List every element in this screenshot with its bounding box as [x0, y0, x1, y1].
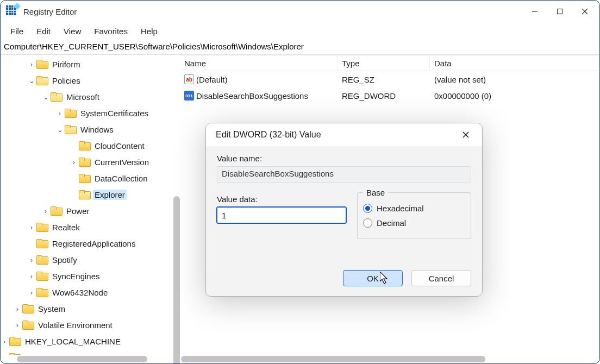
- tree-item[interactable]: SyncEngines: [51, 271, 102, 281]
- value-type: REG_DWORD: [338, 91, 430, 101]
- folder-icon: [65, 109, 76, 117]
- chevron-right-icon[interactable]: ›: [56, 109, 64, 117]
- base-label: Base: [363, 188, 388, 197]
- tree-item[interactable]: Power: [65, 206, 91, 216]
- radio-icon: [363, 204, 372, 213]
- tree-item[interactable]: Piriform: [51, 59, 82, 70]
- folder-icon: [36, 239, 47, 248]
- svg-marker-6: [380, 272, 387, 284]
- chevron-right-icon[interactable]: ›: [28, 288, 35, 297]
- tree-item[interactable]: Wow6432Node: [51, 287, 109, 298]
- value-data: (value not set): [430, 75, 599, 84]
- value-type: REG_SZ: [338, 75, 430, 84]
- horizontal-scrollbar[interactable]: [180, 355, 599, 363]
- minimize-button[interactable]: [522, 3, 547, 20]
- folder-icon: [36, 255, 47, 264]
- menu-file[interactable]: File: [4, 24, 30, 38]
- folder-icon: [22, 321, 33, 329]
- chevron-right-icon[interactable]: ›: [28, 223, 35, 231]
- values-list: ab(Default) REG_SZ (value not set) 011Di…: [180, 71, 599, 104]
- tree-item[interactable]: HKEY_LOCAL_MACHINE: [23, 336, 122, 347]
- menu-edit[interactable]: Edit: [30, 24, 57, 38]
- chevron-down-icon[interactable]: ⌄: [42, 93, 49, 101]
- tree-item[interactable]: SystemCertificates: [79, 108, 150, 118]
- menu-view[interactable]: View: [57, 24, 88, 38]
- mouse-cursor-icon: [380, 272, 391, 286]
- chevron-right-icon[interactable]: ›: [28, 256, 35, 264]
- column-headers[interactable]: Name Type Data: [180, 55, 599, 71]
- folder-icon: [79, 190, 90, 199]
- radio-hexadecimal[interactable]: Hexadecimal: [363, 204, 465, 213]
- dword-value-icon: 011: [184, 91, 194, 101]
- folder-icon: [9, 337, 20, 346]
- svg-rect-1: [558, 9, 562, 14]
- dialog-title: Edit DWORD (32-bit) Value: [216, 130, 321, 140]
- chevron-right-icon[interactable]: ›: [42, 207, 49, 215]
- value-data-label: Value data:: [217, 194, 346, 204]
- value-row[interactable]: ab(Default) REG_SZ (value not set): [180, 71, 599, 87]
- chevron-right-icon[interactable]: ›: [1, 337, 8, 346]
- folder-icon: [51, 92, 61, 101]
- column-name[interactable]: Name: [180, 55, 338, 71]
- string-value-icon: ab: [184, 74, 194, 84]
- tree-item[interactable]: Spotify: [51, 255, 79, 265]
- chevron-down-icon[interactable]: ⌄: [56, 125, 64, 134]
- chevron-down-icon[interactable]: ⌄: [28, 77, 35, 85]
- value-name: (Default): [196, 75, 228, 84]
- folder-icon: [36, 60, 47, 68]
- window-title: Registry Editor: [23, 7, 77, 16]
- tree-item[interactable]: Windows: [79, 124, 115, 135]
- tree-item[interactable]: RegisteredApplications: [51, 239, 137, 249]
- chevron-right-icon[interactable]: ›: [14, 321, 21, 329]
- horizontal-scrollbar[interactable]: [1, 355, 180, 363]
- tree-item[interactable]: System: [36, 304, 67, 314]
- address-bar[interactable]: Computer\HKEY_CURRENT_USER\Software\Poli…: [1, 41, 599, 55]
- value-data-input[interactable]: [217, 207, 346, 223]
- tree-item[interactable]: Policies: [51, 76, 82, 86]
- tree-item[interactable]: CloudContent: [93, 141, 146, 151]
- tree-item[interactable]: Realtek: [51, 222, 82, 233]
- chevron-right-icon[interactable]: ›: [28, 272, 35, 280]
- registry-tree[interactable]: ›Piriform ⌄Policies ⌄Microsoft ›SystemCe…: [1, 55, 180, 355]
- menu-favorites[interactable]: Favorites: [88, 24, 134, 38]
- cancel-button[interactable]: Cancel: [411, 270, 471, 286]
- value-name-field[interactable]: DisableSearchBoxSuggestions: [217, 166, 471, 183]
- tree-item[interactable]: Microsoft: [65, 92, 101, 102]
- folder-icon: [36, 288, 47, 297]
- radio-label: Hexadecimal: [377, 204, 424, 213]
- folder-icon: [36, 272, 47, 280]
- folder-icon: [51, 206, 61, 215]
- value-name-label: Value name:: [217, 154, 471, 163]
- chevron-right-icon[interactable]: ›: [70, 158, 78, 166]
- folder-icon: [36, 76, 47, 85]
- folder-icon: [22, 304, 33, 313]
- tree-item[interactable]: DataCollection: [93, 173, 149, 184]
- value-row[interactable]: 011DisableSearchBoxSuggestions REG_DWORD…: [180, 87, 599, 104]
- radio-icon: [363, 218, 372, 228]
- ok-button[interactable]: OK: [343, 270, 403, 286]
- regedit-icon: [6, 5, 18, 17]
- folder-icon: [65, 125, 76, 134]
- folder-icon: [79, 158, 90, 166]
- maximize-button[interactable]: [547, 3, 572, 20]
- radio-decimal[interactable]: Decimal: [363, 218, 465, 228]
- tree-item[interactable]: CurrentVersion: [93, 157, 151, 167]
- radio-label: Decimal: [377, 218, 406, 228]
- value-name: DisableSearchBoxSuggestions: [196, 91, 308, 101]
- dialog-close-button[interactable]: [455, 127, 477, 143]
- chevron-right-icon[interactable]: ›: [28, 60, 35, 68]
- column-data[interactable]: Data: [430, 55, 599, 71]
- tree-pane: ›Piriform ⌄Policies ⌄Microsoft ›SystemCe…: [1, 55, 180, 363]
- menu-help[interactable]: Help: [134, 24, 164, 38]
- dialog-titlebar: Edit DWORD (32-bit) Value: [206, 123, 482, 146]
- menubar: File Edit View Favorites Help: [1, 22, 599, 41]
- titlebar: Registry Editor: [1, 1, 599, 22]
- registry-editor-window: Registry Editor File Edit View Favorites…: [0, 0, 600, 364]
- vertical-scrollbar[interactable]: [173, 196, 180, 363]
- tree-item[interactable]: Volatile Environment: [36, 320, 114, 330]
- tree-item-selected[interactable]: Explorer: [93, 190, 127, 200]
- chevron-right-icon[interactable]: ›: [14, 305, 21, 313]
- column-type[interactable]: Type: [338, 55, 430, 71]
- address-path: Computer\HKEY_CURRENT_USER\Software\Poli…: [4, 42, 596, 51]
- close-button[interactable]: [572, 3, 597, 20]
